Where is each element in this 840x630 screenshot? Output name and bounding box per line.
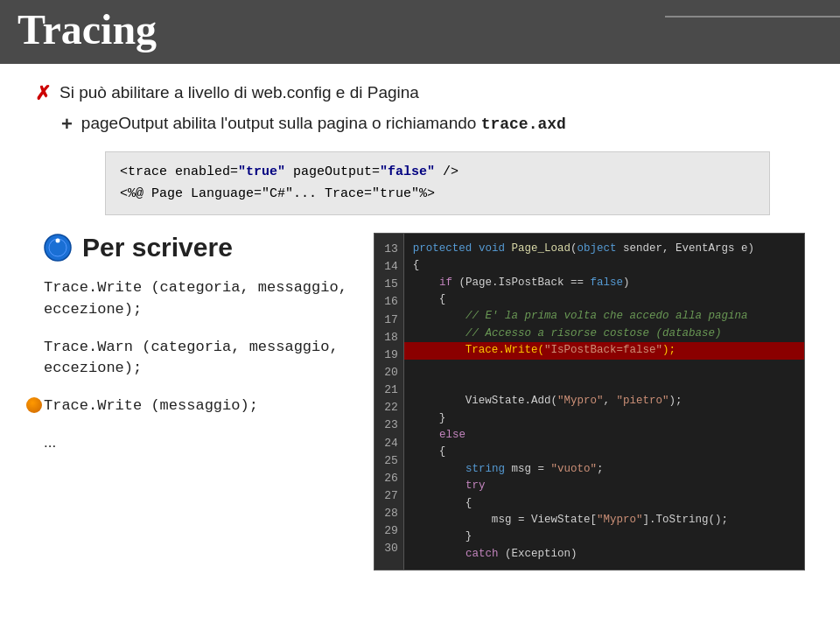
header: Tracing bbox=[0, 0, 840, 64]
trace-item-4: ... bbox=[44, 432, 347, 453]
trace-warn: Trace.Warn (categoria, messaggio,eccezio… bbox=[44, 339, 339, 377]
per-scrivere-title: Per scrivere bbox=[82, 233, 233, 262]
trace-write-2: Trace.Write (messaggio); bbox=[44, 397, 258, 414]
code-line-27: { bbox=[413, 497, 472, 509]
svg-point-2 bbox=[56, 238, 60, 242]
per-scrivere-header: Per scrivere bbox=[44, 233, 347, 262]
code-block: <trace enabled="true" pageOutput="false"… bbox=[105, 151, 770, 215]
blue-circle-icon bbox=[44, 234, 72, 262]
code-line-22: } bbox=[413, 412, 446, 424]
code-line-2: <%@ Page Language="C#"... Trace="true"%> bbox=[120, 183, 755, 206]
code-line-1: <trace enabled="true" pageOutput="false"… bbox=[120, 161, 755, 184]
code-line-26: try bbox=[413, 480, 486, 492]
code-line-18: // Accesso a risorse costose (database) bbox=[413, 327, 722, 340]
per-scrivere-section: Per scrivere Trace.Write (categoria, mes… bbox=[35, 233, 805, 570]
code-panel-inner: 131415161718192021222324252627282930 pro… bbox=[374, 234, 804, 570]
bullet-text-2-main: pageOutput abilita l'output sulla pagina… bbox=[81, 114, 481, 132]
bullet-text-2: pageOutput abilita l'output sulla pagina… bbox=[81, 112, 566, 136]
cross-icon: ✗ bbox=[35, 82, 51, 105]
code-line-19: Trace.Write("IsPostBack=false"); bbox=[404, 342, 804, 359]
left-column-inner: Per scrivere Trace.Write (categoria, mes… bbox=[35, 233, 347, 453]
code-content: protected void Page_Load(object sender, … bbox=[404, 234, 804, 570]
left-column: Per scrivere Trace.Write (categoria, mes… bbox=[35, 233, 347, 469]
trace-ellipsis: ... bbox=[44, 434, 56, 451]
trace-axd-code: trace.axd bbox=[481, 116, 566, 133]
code-line-15: if (Page.IsPostBack == false) bbox=[413, 276, 630, 289]
bullet-item-2: + pageOutput abilita l'output sulla pagi… bbox=[35, 112, 805, 136]
code-line-24: { bbox=[413, 445, 446, 458]
code-line-25: string msg = "vuoto"; bbox=[413, 463, 604, 475]
code-highlight-2: "false" bbox=[380, 164, 435, 179]
code-line-23: else bbox=[413, 429, 466, 441]
code-line-14: { bbox=[413, 259, 420, 271]
code-line-29: } bbox=[413, 530, 472, 542]
trace-item-1: Trace.Write (categoria, messaggio,eccezi… bbox=[44, 276, 347, 320]
code-line-17: // E' la prima volta che accedo alla pag… bbox=[413, 310, 748, 322]
code-panel: 131415161718192021222324252627282930 pro… bbox=[374, 233, 805, 570]
trace-item-3: Trace.Write (messaggio); bbox=[44, 395, 347, 416]
bullet-text-1: Si può abilitare a livello di web.config… bbox=[60, 81, 419, 105]
code-line-28: msg = ViewState["Mypro"].ToString(); bbox=[413, 514, 728, 526]
code-highlight-1: "true" bbox=[238, 164, 285, 179]
code-line-13: protected void Page_Load(object sender, … bbox=[413, 242, 754, 255]
main-content: ✗ Si può abilitare a livello di web.conf… bbox=[0, 64, 840, 588]
code-line-21: ViewState.Add("Mypro", "pietro"); bbox=[413, 395, 682, 407]
orange-dot-icon bbox=[26, 397, 42, 413]
line-numbers: 131415161718192021222324252627282930 bbox=[374, 234, 404, 570]
page-title: Tracing bbox=[18, 7, 822, 53]
bullet-item-1: ✗ Si può abilitare a livello di web.conf… bbox=[35, 81, 805, 105]
plus-icon: + bbox=[61, 113, 73, 136]
code-line-16: { bbox=[413, 293, 446, 305]
header-decoration bbox=[665, 16, 840, 18]
trace-write-1: Trace.Write (categoria, messaggio,eccezi… bbox=[44, 279, 347, 318]
code-line-30: catch (Exception) bbox=[413, 548, 578, 560]
trace-item-2: Trace.Warn (categoria, messaggio,eccezio… bbox=[44, 336, 347, 380]
